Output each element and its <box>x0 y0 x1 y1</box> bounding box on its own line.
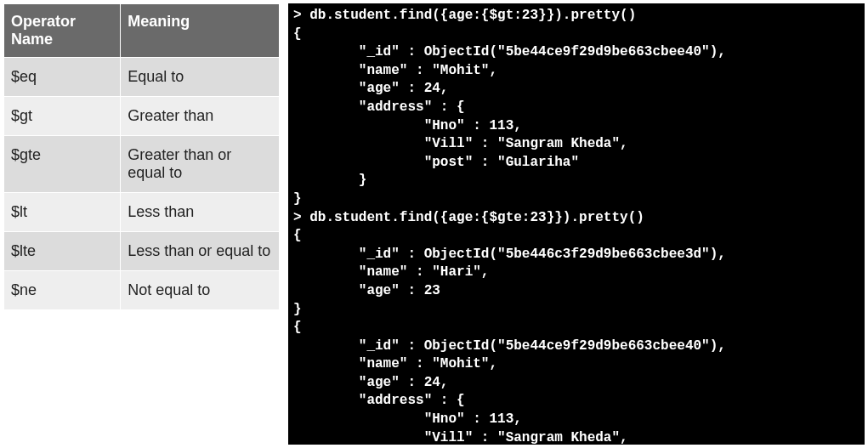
meaning-cell: Less than <box>121 193 280 232</box>
meaning-cell: Equal to <box>121 58 280 97</box>
column-header-operator: Operator Name <box>4 4 121 58</box>
operator-cell: $lte <box>4 232 121 271</box>
meaning-cell: Less than or equal to <box>121 232 280 271</box>
terminal-output: > db.student.find({age:{$gt:23}}).pretty… <box>288 3 865 445</box>
meaning-cell: Not equal to <box>121 271 280 310</box>
table-row: $gte Greater than or equal to <box>4 136 280 193</box>
meaning-cell: Greater than or equal to <box>121 136 280 193</box>
operator-cell: $lt <box>4 193 121 232</box>
table-header-row: Operator Name Meaning <box>4 4 280 58</box>
meaning-cell: Greater than <box>121 97 280 136</box>
operator-cell: $ne <box>4 271 121 310</box>
operator-cell: $gt <box>4 97 121 136</box>
table-row: $eq Equal to <box>4 58 280 97</box>
table-row: $lt Less than <box>4 193 280 232</box>
table-row: $ne Not equal to <box>4 271 280 310</box>
operator-meaning-table: Operator Name Meaning $eq Equal to $gt G… <box>3 3 280 445</box>
operator-cell: $eq <box>4 58 121 97</box>
table-row: $gt Greater than <box>4 97 280 136</box>
table-row: $lte Less than or equal to <box>4 232 280 271</box>
operator-table: Operator Name Meaning $eq Equal to $gt G… <box>3 3 280 310</box>
column-header-meaning: Meaning <box>121 4 280 58</box>
operator-cell: $gte <box>4 136 121 193</box>
